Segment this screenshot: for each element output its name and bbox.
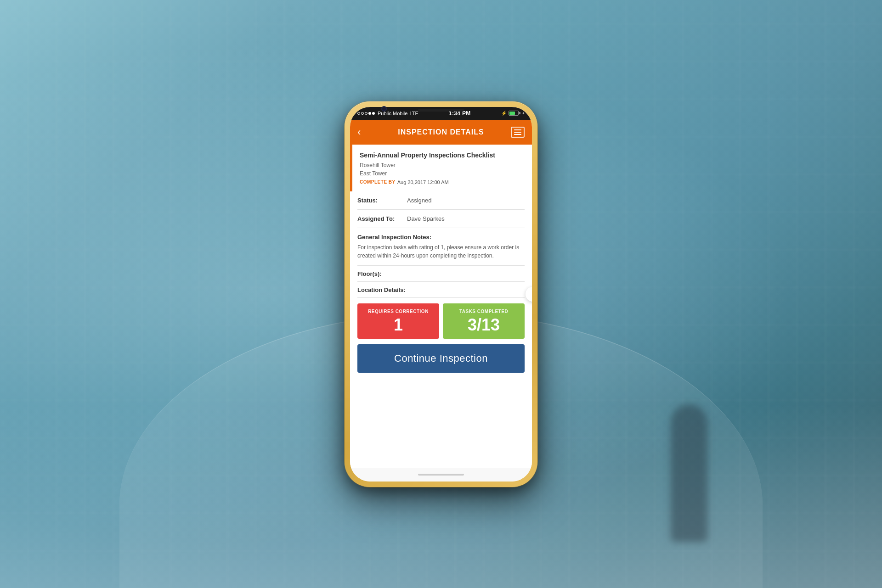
- bluetooth-icon: ⚡: [501, 111, 507, 116]
- status-icons: ⚡ +: [501, 111, 525, 116]
- location-line2: East Tower: [360, 169, 525, 178]
- signal-dot-1: [357, 112, 360, 115]
- signal-dot-2: [361, 112, 364, 115]
- notes-text: For inspection tasks with rating of 1, p…: [357, 243, 525, 260]
- continue-inspection-button[interactable]: Continue Inspection: [357, 344, 525, 373]
- phone-bottom-bar: [350, 468, 532, 482]
- battery-body: [509, 111, 519, 116]
- front-camera: [381, 106, 387, 112]
- phone-screen: Public Mobile LTE 1:34 PM ⚡ +: [350, 107, 532, 482]
- requires-correction-card[interactable]: REQUIRES CORRECTION 1: [357, 303, 439, 339]
- charge-icon: +: [522, 111, 525, 116]
- status-left: Public Mobile LTE: [357, 111, 418, 116]
- complete-by-label: COMPLETE BY: [360, 179, 396, 185]
- phone-mockup: Public Mobile LTE 1:34 PM ⚡ +: [345, 101, 537, 487]
- signal-dot-4: [368, 112, 371, 115]
- inspection-details-content[interactable]: Status: Assigned Assigned To: Dave Spark…: [350, 191, 532, 468]
- tasks-completed-value: 3/13: [448, 317, 519, 333]
- app-header: ‹ INSPECTION DETAILS: [350, 120, 532, 145]
- assigned-row: Assigned To: Dave Sparkes: [357, 210, 525, 228]
- status-label: Status:: [357, 197, 403, 204]
- signal-dot-3: [365, 112, 368, 115]
- floors-row: Floor(s):: [357, 266, 525, 282]
- signal-dot-5: [372, 112, 375, 115]
- location-row: Location Details:: [357, 282, 525, 298]
- network-type: LTE: [409, 111, 418, 116]
- assigned-value: Dave Sparkes: [407, 215, 525, 222]
- inspection-title: Semi-Annual Property Inspections Checkli…: [360, 151, 525, 159]
- location-details-label: Location Details:: [357, 286, 406, 293]
- signal-dots: [357, 112, 375, 115]
- status-row: Status: Assigned: [357, 191, 525, 210]
- inspection-info-card: Semi-Annual Property Inspections Checkli…: [350, 145, 532, 191]
- tasks-completed-label: TASKS COMPLETED: [448, 309, 519, 314]
- carrier-name: Public Mobile: [378, 111, 407, 116]
- assigned-label: Assigned To:: [357, 215, 403, 222]
- notes-section: General Inspection Notes: For inspection…: [357, 228, 525, 266]
- battery-fill: [509, 112, 515, 115]
- phone-device: Public Mobile LTE 1:34 PM ⚡ +: [345, 101, 537, 487]
- page-title: INSPECTION DETAILS: [371, 128, 511, 136]
- requires-correction-label: REQUIRES CORRECTION: [363, 309, 434, 314]
- status-value: Assigned: [407, 197, 525, 204]
- requires-correction-value: 1: [363, 317, 434, 333]
- menu-line-3: [514, 134, 521, 135]
- back-button[interactable]: ‹: [357, 126, 371, 138]
- menu-line-1: [514, 129, 521, 130]
- battery-tip: [519, 112, 520, 114]
- speaker-bar: [418, 109, 464, 112]
- stats-row: REQUIRES CORRECTION 1 TASKS COMPLETED 3/…: [357, 298, 525, 344]
- home-indicator: [418, 474, 464, 476]
- menu-button[interactable]: [511, 127, 525, 138]
- complete-by-value: Aug 20,2017 12:00 AM: [397, 179, 449, 185]
- tasks-completed-card[interactable]: TASKS COMPLETED 3/13: [443, 303, 525, 339]
- complete-by-row: COMPLETE BY Aug 20,2017 12:00 AM: [360, 179, 525, 185]
- floors-label: Floor(s):: [357, 270, 382, 277]
- location-line1: Rosehill Tower: [360, 161, 525, 169]
- battery-indicator: [509, 111, 520, 116]
- menu-line-2: [514, 132, 521, 133]
- notes-label: General Inspection Notes:: [357, 234, 525, 241]
